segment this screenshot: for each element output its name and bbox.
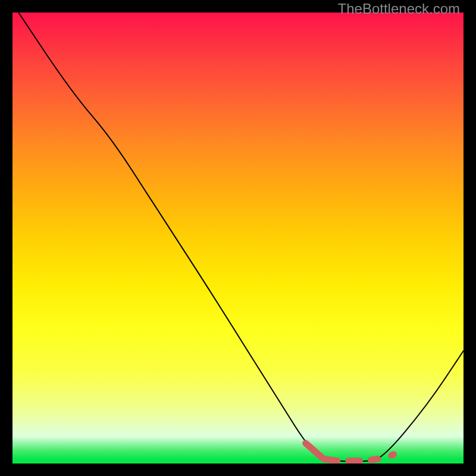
series-highlight-dot xyxy=(392,455,394,456)
series-highlight-dash-2 xyxy=(371,459,378,460)
chart-frame: TheBottleneck.com xyxy=(0,0,476,476)
series-container xyxy=(12,12,464,461)
chart-svg xyxy=(12,12,464,464)
frame-border-right xyxy=(464,0,476,476)
frame-border-bottom xyxy=(0,464,476,476)
series-highlight-band xyxy=(306,443,337,461)
watermark-text: TheBottleneck.com xyxy=(338,1,460,17)
series-bottleneck-curve xyxy=(12,12,464,461)
plot-area xyxy=(12,12,464,464)
frame-border-left xyxy=(0,0,12,476)
